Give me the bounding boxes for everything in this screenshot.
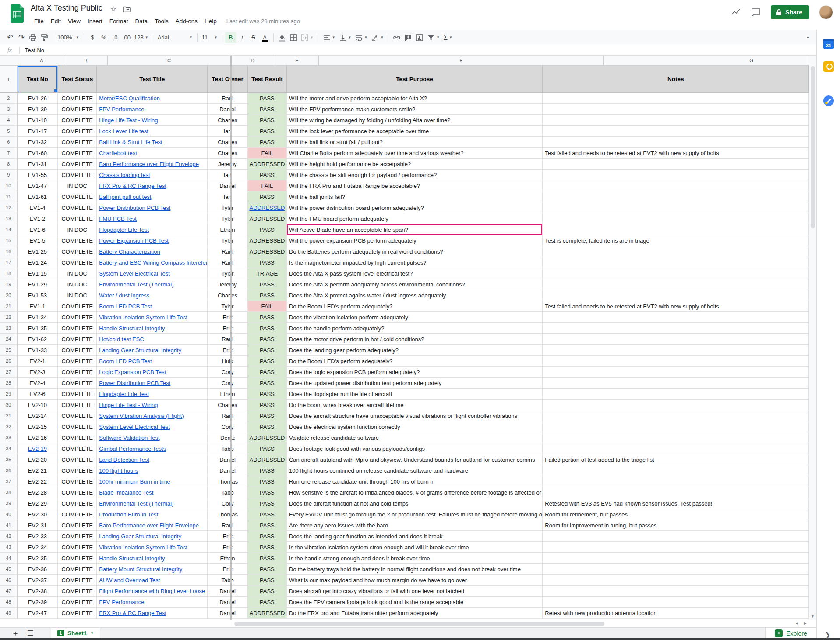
cell-result[interactable]: PASS [248,126,287,137]
row-header[interactable]: 22 [0,312,18,323]
keep-icon[interactable] [823,61,834,72]
paint-format-button[interactable] [39,32,50,43]
cell-owner[interactable]: Tabb [208,575,248,586]
cell-no[interactable]: EV1-60 [18,148,58,159]
cell-status[interactable]: COMPLETE [58,246,97,257]
cell-status[interactable]: COMPLETE [58,148,97,159]
cell-status[interactable]: COMPLETE [58,389,97,400]
cell-status[interactable]: COMPLETE [58,301,97,312]
cell-result[interactable]: ADDRESSED [248,432,287,443]
row-header[interactable]: 48 [0,597,18,608]
cell-purpose[interactable]: Run one release candidate unit through 1… [287,476,543,487]
cell-status[interactable]: COMPLETE [58,378,97,389]
cell-no[interactable]: EV2-3 [18,367,58,378]
cell-owner[interactable]: Jeremy [208,279,248,290]
cell-title[interactable]: Battery and ESC Wiring Compass Interefen… [97,257,208,268]
cell-status[interactable]: COMPLETE [58,334,97,345]
cell-title[interactable]: System Level Electrical Test [97,268,208,279]
cell-notes[interactable] [543,115,809,126]
cell-owner[interactable]: Raul [208,334,248,345]
add-sheet-button[interactable]: ＋ [8,628,23,639]
menu-file[interactable]: File [31,17,47,26]
share-button[interactable]: Share [771,5,809,19]
cell-notes[interactable] [543,465,809,476]
cell-result[interactable]: PASS [248,553,287,564]
cell-purpose[interactable]: Does the logic expansion PCB perform ade… [287,367,543,378]
cell-owner[interactable]: Tyler [208,301,248,312]
vertical-scrollbar[interactable] [809,56,816,620]
menu-edit[interactable]: Edit [47,17,64,26]
calendar-icon[interactable]: 31 [823,39,834,49]
menu-format[interactable]: Format [106,17,132,26]
cell-owner[interactable]: Charles [208,400,248,410]
functions-button[interactable]: Σ▼ [441,32,454,43]
cell-status[interactable]: COMPLETE [58,586,97,597]
row-header[interactable]: 9 [0,170,18,180]
menu-insert[interactable]: Insert [84,17,106,26]
row-header[interactable]: 24 [0,334,18,345]
cell-owner[interactable]: Tyler [208,268,248,279]
cell-title[interactable]: Software Validation Test [97,432,208,443]
cell-title[interactable]: FPV Performance [97,104,208,115]
cell-no[interactable]: EV1-31 [18,159,58,170]
row-header[interactable]: 10 [0,180,18,191]
cell-owner[interactable]: Cory [208,378,248,389]
cell-title[interactable]: Hinge Life Test - Wiring [97,115,208,126]
cell-status[interactable]: COMPLETE [58,597,97,608]
cell-notes[interactable]: Room for improvement in tuning, but pass… [543,520,809,531]
cell-purpose[interactable]: Will the FPV performance make customers … [287,104,543,115]
cell-title[interactable]: Handle Structural Integrity [97,553,208,564]
cell-owner[interactable]: Tyler [208,213,248,224]
scroll-left-arrow-icon[interactable]: ◄ [795,621,799,626]
cell-owner[interactable]: Tyler [208,202,248,213]
cell-no[interactable]: EV1-26 [18,93,58,104]
cell-purpose[interactable]: Will the ball link or strut fail / pull … [287,137,543,148]
cell-purpose[interactable]: Are there any aero issues with the baro [287,520,543,531]
vertical-align-button[interactable]: ▼ [337,32,353,43]
insert-link-button[interactable] [391,32,402,43]
cell-no[interactable]: EV2-33 [18,531,58,542]
cell-owner[interactable]: Daniel [208,586,248,597]
column-header-g[interactable]: G [604,56,809,66]
cell-purpose[interactable]: Does the landing gear function as intend… [287,531,543,542]
cell-purpose[interactable]: Does the aircraft structure have unaccep… [287,410,543,421]
cell-result[interactable]: PASS [248,520,287,531]
cell-purpose[interactable]: Is the vibration isolation system stron … [287,542,543,553]
cell-status[interactable]: COMPLETE [58,542,97,553]
cell-title[interactable]: Landing Gear Structural Integrity [97,345,208,356]
row-header[interactable]: 49 [0,608,18,619]
row-header[interactable]: 17 [0,257,18,268]
cell-title[interactable]: Environmental Test (Thermal) [97,279,208,290]
cell-purpose[interactable]: Does the Alta X pass system level electr… [287,268,543,279]
cell-purpose[interactable]: Will the FMU board perform adequately [287,213,543,224]
sheet-activity-icon[interactable] [731,7,741,18]
cell-status[interactable]: COMPLETE [58,454,97,465]
cell-no[interactable]: EV2-20 [18,454,58,465]
cell-owner[interactable]: Charles [208,290,248,301]
column-header-a[interactable]: A [19,56,64,66]
row-header[interactable]: 14 [0,224,18,235]
cell-owner[interactable]: Cory [208,421,248,432]
cell-title[interactable]: Land Detection Test [97,454,208,465]
cell-status[interactable]: COMPLETE [58,476,97,487]
cell-purpose[interactable]: Do the battery trays hold the battery in… [287,564,543,575]
cell-purpose[interactable]: Does the Alta X perform adequately acros… [287,279,543,290]
cell-owner[interactable]: Tabb [208,443,248,454]
document-title[interactable]: Alta X Testing Public [31,4,102,13]
last-edit-link[interactable]: Last edit was 28 minutes ago [226,18,300,25]
cell-result[interactable]: ADDRESSED [248,235,287,246]
cell-owner[interactable]: Erik [208,312,248,323]
cell-result[interactable]: ADDRESSED [248,159,287,170]
frozen-column-divider[interactable] [230,56,232,620]
tasks-icon[interactable] [823,95,834,106]
increase-decimal-button[interactable]: .00 [121,32,132,43]
cell-no[interactable]: EV1-15 [18,268,58,279]
cell-title[interactable]: Charliebolt test [97,148,208,159]
cell-notes[interactable] [543,170,809,180]
cell-title[interactable]: Ball Link & Strut Life Test [97,137,208,148]
row-header[interactable]: 25 [0,345,18,356]
cell-status[interactable]: COMPLETE [58,345,97,356]
menu-view[interactable]: View [64,17,84,26]
cell-no[interactable]: EV2-47 [18,608,58,619]
cell-purpose[interactable]: Is the handle strong enough and does it … [287,553,543,564]
